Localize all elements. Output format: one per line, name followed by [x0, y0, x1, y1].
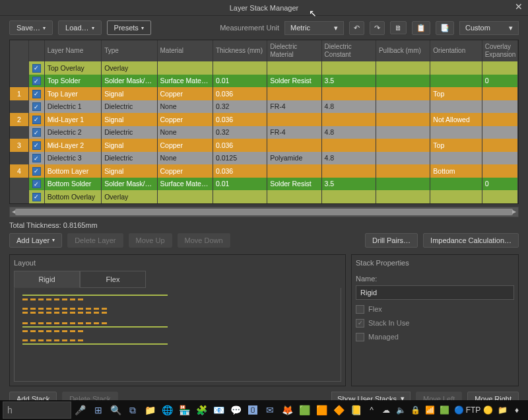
- window-title: Layer Stack Manager: [230, 4, 299, 12]
- row-checkbox[interactable]: ✓: [32, 77, 41, 85]
- tray-icon[interactable]: ♦: [511, 404, 523, 416]
- taskbar-app-icon[interactable]: 📧: [210, 402, 227, 419]
- column-header[interactable]: Thickness (mm): [213, 40, 267, 61]
- presets-button[interactable]: Presets▾: [107, 20, 151, 35]
- row-checkbox[interactable]: ✓: [32, 193, 41, 201]
- tray-icon[interactable]: FTP: [467, 404, 479, 416]
- add-layer-button[interactable]: Add Layer▾: [9, 233, 62, 248]
- layout-title: Layout: [14, 259, 341, 267]
- tab-flex[interactable]: Flex: [80, 271, 146, 288]
- row-checkbox[interactable]: ✓: [32, 154, 41, 162]
- table-header: Layer NameTypeMaterialThickness (mm)Diel…: [10, 40, 518, 61]
- taskbar-app-icon[interactable]: ✉: [261, 402, 279, 419]
- table-row[interactable]: 1✓Top LayerSignalCopper0.036Top: [10, 87, 518, 100]
- measurement-unit-select[interactable]: Metric▾: [284, 21, 344, 35]
- measurement-unit-label: Measurement Unit: [220, 24, 279, 32]
- tray-icon[interactable]: ☁: [380, 404, 392, 416]
- taskbar-app-icon[interactable]: 🔶: [330, 402, 347, 419]
- tool-a-button[interactable]: 🗎: [390, 21, 407, 34]
- move-up-button[interactable]: Move Up: [129, 233, 172, 248]
- drill-pairs-button[interactable]: Drill Pairs…: [365, 233, 418, 248]
- close-icon[interactable]: ✕: [513, 1, 524, 12]
- column-header[interactable]: Layer Name: [44, 40, 101, 61]
- table-row[interactable]: ✓Bottom OverlayOverlay: [10, 190, 518, 203]
- table-row[interactable]: ✓Dielectric 1DielectricNone0.32FR-44.8: [10, 100, 518, 114]
- move-down-button[interactable]: Move Down: [178, 233, 230, 248]
- table-row[interactable]: 2✓Mid-Layer 1SignalCopper0.036Not Allowe…: [10, 113, 518, 126]
- tool-b-button[interactable]: 📋: [412, 21, 430, 35]
- stack-in-use-label: Stack In Use: [368, 319, 409, 327]
- taskbar-app-icon[interactable]: ⊞: [90, 402, 107, 419]
- table-row[interactable]: ✓Bottom SolderSolder Mask/Co…Surface Mat…: [10, 178, 518, 191]
- tray-icon[interactable]: 🔒: [409, 404, 421, 416]
- tray-icon[interactable]: 🟩: [438, 404, 450, 416]
- tool-c-button[interactable]: 📑: [436, 21, 454, 35]
- delete-layer-button[interactable]: Delete Layer: [67, 233, 123, 248]
- managed-checkbox[interactable]: [356, 333, 364, 341]
- table-row[interactable]: 3✓Mid-Layer 2SignalCopper0.036Top: [10, 139, 518, 152]
- tray-icon[interactable]: 📶: [424, 404, 436, 416]
- custom-select[interactable]: Custom▾: [459, 21, 519, 35]
- taskbar-app-icon[interactable]: 🧩: [193, 402, 210, 419]
- taskbar-app-icon[interactable]: ⧉: [124, 402, 141, 419]
- column-header[interactable]: Coverlay Expansion: [482, 40, 517, 61]
- mic-icon[interactable]: 🎤: [73, 402, 88, 419]
- name-label: Name:: [356, 275, 514, 283]
- column-header[interactable]: Dielectric Constant: [321, 40, 376, 61]
- row-checkbox[interactable]: ✓: [32, 141, 41, 150]
- row-checkbox[interactable]: ✓: [32, 90, 41, 98]
- taskbar-app-icon[interactable]: 💬: [227, 402, 244, 419]
- taskbar-app-icon[interactable]: 🟧: [313, 402, 330, 419]
- stack-properties-panel: Stack Properties Name: Flex Stack In Use…: [351, 254, 519, 386]
- taskbar-app-icon[interactable]: 🏪: [176, 402, 193, 419]
- column-header[interactable]: Material: [157, 40, 213, 61]
- load-button[interactable]: Load…▾: [58, 20, 101, 35]
- column-header[interactable]: Pullback (mm): [376, 40, 430, 61]
- table-row[interactable]: ✓Top OverlayOverlay: [10, 61, 518, 75]
- horizontal-scrollbar[interactable]: ◀▶: [9, 207, 519, 217]
- tray-icon[interactable]: 📁: [496, 404, 508, 416]
- tray-icon[interactable]: 🔵: [453, 404, 465, 416]
- table-row[interactable]: ✓Dielectric 2DielectricNone0.32FR-44.8: [10, 126, 518, 139]
- row-checkbox[interactable]: ✓: [32, 180, 41, 188]
- tab-rigid[interactable]: Rigid: [14, 271, 80, 288]
- row-checkbox[interactable]: ✓: [32, 167, 41, 176]
- taskbar-app-icon[interactable]: 🌐: [158, 402, 176, 419]
- taskbar-app-icon[interactable]: 📒: [347, 402, 364, 419]
- stack-preview: [14, 288, 341, 382]
- row-checkbox[interactable]: ✓: [32, 64, 41, 73]
- row-checkbox[interactable]: ✓: [32, 102, 41, 111]
- table-row[interactable]: ✓Top SolderSolder Mask/Co…Surface Materi…: [10, 75, 518, 88]
- tray-icon[interactable]: 🔈: [395, 404, 407, 416]
- layer-actions: Add Layer▾ Delete Layer Move Up Move Dow…: [0, 233, 528, 252]
- taskbar-search[interactable]: h: [3, 402, 71, 419]
- name-input[interactable]: [356, 285, 514, 300]
- tray-icon[interactable]: 🟡: [482, 404, 494, 416]
- props-title: Stack Properties: [356, 259, 514, 267]
- layer-table: Layer NameTypeMaterialThickness (mm)Diel…: [9, 40, 519, 204]
- table-row[interactable]: 4✓Bottom LayerSignalCopper0.036Bottom: [10, 164, 518, 178]
- stack-in-use-checkbox[interactable]: [356, 319, 364, 328]
- taskbar-app-icon[interactable]: 🟩: [296, 402, 313, 419]
- column-header[interactable]: Orientation: [430, 40, 482, 61]
- column-header[interactable]: Type: [102, 40, 157, 61]
- impedance-button[interactable]: Impedance Calculation…: [423, 233, 519, 248]
- column-header[interactable]: [10, 40, 28, 61]
- taskbar-app-icon[interactable]: 📁: [141, 402, 158, 419]
- total-thickness-label: Total Thickness: 0.8165mm: [0, 217, 528, 233]
- flex-label: Flex: [368, 305, 382, 313]
- row-checkbox[interactable]: ✓: [32, 116, 41, 124]
- row-checkbox[interactable]: ✓: [32, 128, 41, 137]
- save-button[interactable]: Save…▾: [9, 20, 53, 35]
- undo-button[interactable]: ↶: [349, 21, 364, 35]
- taskbar-app-icon[interactable]: 🦊: [279, 402, 296, 419]
- flex-checkbox[interactable]: [356, 305, 364, 314]
- table-row[interactable]: ✓Dielectric 3DielectricNone0.0125Polyami…: [10, 152, 518, 165]
- column-header[interactable]: Dielectric Material: [267, 40, 321, 61]
- redo-button[interactable]: ↷: [370, 21, 385, 35]
- taskbar-app-icon[interactable]: 🅾: [244, 402, 261, 419]
- tray-icon[interactable]: ^: [366, 404, 378, 416]
- managed-label: Managed: [368, 333, 399, 341]
- taskbar-app-icon[interactable]: 🔍: [107, 402, 124, 419]
- column-header[interactable]: [28, 40, 44, 61]
